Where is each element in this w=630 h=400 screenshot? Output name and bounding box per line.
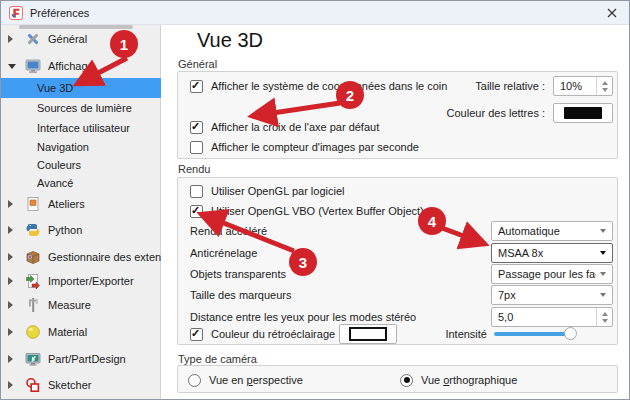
sidebar-item-sources-de-lumiere[interactable]: Sources de lumière bbox=[1, 98, 161, 118]
camera-groupbox: Vue en perspective Vue orthographique bbox=[177, 365, 618, 393]
expander-icon[interactable] bbox=[8, 226, 13, 234]
relative-size-spinbox[interactable]: 10% bbox=[553, 76, 613, 96]
sidebar-item-navigation[interactable]: Navigation bbox=[1, 137, 161, 157]
expander-icon[interactable] bbox=[8, 253, 13, 261]
sidebar-item-vue-3d[interactable]: Vue 3D bbox=[1, 78, 161, 98]
sidebar-item-python[interactable]: Python bbox=[1, 219, 161, 241]
title-bar: Préférences bbox=[1, 1, 629, 25]
marker-size-value: 7px bbox=[498, 289, 596, 301]
show-fps-row: Afficher le compteur d'images par second… bbox=[190, 137, 419, 157]
sidebar-item-display[interactable]: Affichage bbox=[1, 55, 161, 77]
sidebar-item-label: Avancé bbox=[37, 177, 74, 189]
sidebar-item-couleurs[interactable]: Couleurs bbox=[1, 155, 161, 175]
material-icon bbox=[25, 324, 41, 340]
close-icon[interactable] bbox=[603, 4, 621, 22]
addon-manager-icon bbox=[25, 249, 41, 265]
show-coord-system-checkbox[interactable] bbox=[190, 80, 203, 93]
expander-icon[interactable] bbox=[8, 328, 13, 336]
chevron-down-icon bbox=[600, 293, 606, 297]
sidebar-item-part-partdesign[interactable]: Part/PartDesign bbox=[1, 348, 161, 370]
relative-size-value: 10% bbox=[554, 80, 596, 92]
intensity-label: Intensité bbox=[445, 324, 487, 344]
slider-handle[interactable] bbox=[564, 327, 577, 340]
sidebar-item-general[interactable]: Général bbox=[1, 28, 161, 50]
software-opengl-label: Utiliser OpenGL par logiciel bbox=[211, 185, 344, 197]
marker-size-label: Taille des marqueurs bbox=[190, 285, 292, 305]
expander-icon[interactable] bbox=[8, 35, 13, 43]
sketcher-icon bbox=[25, 377, 41, 393]
spin-buttons[interactable] bbox=[596, 77, 612, 95]
vbo-checkbox[interactable] bbox=[190, 205, 203, 218]
sidebar-item-sketcher[interactable]: Sketcher bbox=[1, 374, 161, 396]
backlight-color-swatch bbox=[349, 327, 387, 341]
software-opengl-checkbox[interactable] bbox=[190, 185, 203, 198]
orthographic-label: Vue orthographique bbox=[421, 374, 517, 386]
sidebar-item-label: Interface utilisateur bbox=[37, 122, 130, 134]
sidebar-item-material[interactable]: Material bbox=[1, 321, 161, 343]
sidebar-item-label: Général bbox=[48, 33, 87, 45]
transparent-objects-dropdown[interactable]: Passage pour les faces arrière bbox=[491, 264, 613, 284]
expander-icon[interactable] bbox=[8, 301, 13, 309]
backlight-color-button[interactable] bbox=[339, 324, 397, 344]
general-group-label: Général bbox=[178, 58, 217, 70]
expander-icon[interactable] bbox=[8, 64, 16, 69]
tools-icon bbox=[25, 31, 41, 47]
sidebar-item-label: Python bbox=[48, 224, 82, 236]
vbo-label: Utiliser OpenGL VBO (Vertex Buffer Objec… bbox=[211, 205, 424, 217]
eye-distance-value: 5,0 bbox=[492, 311, 596, 323]
chevron-down-icon bbox=[600, 272, 606, 276]
antialiasing-dropdown[interactable]: MSAA 8x bbox=[491, 243, 613, 263]
antialiasing-label: Anticrénelage bbox=[190, 243, 257, 263]
sidebar-item-label: Couleurs bbox=[37, 159, 81, 171]
sidebar-item-ateliers[interactable]: Ateliers bbox=[1, 193, 161, 215]
perspective-radio[interactable] bbox=[188, 374, 201, 387]
expander-icon[interactable] bbox=[8, 200, 13, 208]
sidebar-item-label: Vue 3D bbox=[37, 82, 73, 94]
show-coord-system-label: Afficher le système de coordonnées dans … bbox=[211, 80, 447, 92]
letter-color-button[interactable] bbox=[553, 103, 613, 123]
accel-render-dropdown[interactable]: Automatique bbox=[491, 221, 613, 241]
expander-icon[interactable] bbox=[8, 355, 13, 363]
sidebar-item-label: Sources de lumière bbox=[37, 102, 132, 114]
sidebar-item-interface-utilisateur[interactable]: Interface utilisateur bbox=[1, 118, 161, 138]
intensity-slider[interactable] bbox=[494, 332, 574, 336]
orthographic-radio-row[interactable]: Vue orthographique bbox=[400, 370, 517, 390]
marker-size-dropdown[interactable]: 7px bbox=[491, 285, 613, 305]
python-icon bbox=[25, 222, 41, 238]
accel-render-label: Rendu accéléré bbox=[190, 221, 267, 241]
sidebar-item-gestionnaire-extensions[interactable]: Gestionnaire des extensions bbox=[1, 246, 161, 268]
sidebar-item-label: Material bbox=[48, 326, 87, 338]
sidebar-item-label: Ateliers bbox=[48, 198, 85, 210]
window-title: Préférences bbox=[30, 7, 89, 19]
camera-group-label: Type de caméra bbox=[178, 353, 257, 365]
sidebar-item-importer-exporter[interactable]: Importer/Exporter bbox=[1, 270, 161, 292]
show-fps-checkbox[interactable] bbox=[190, 141, 203, 154]
orthographic-radio[interactable] bbox=[400, 374, 413, 387]
render-groupbox: Utiliser OpenGL par logiciel Utiliser Op… bbox=[177, 177, 618, 345]
sidebar-item-label: Importer/Exporter bbox=[48, 275, 134, 287]
sidebar-item-label: Affichage bbox=[48, 60, 94, 72]
perspective-radio-row[interactable]: Vue en perspective bbox=[188, 370, 303, 390]
backlight-checkbox[interactable] bbox=[190, 328, 203, 341]
settings-sidebar: Général Affichage Vue 3D Sources de lumi… bbox=[1, 25, 161, 400]
preferences-window: Préférences Général Affichage Vue 3D bbox=[0, 0, 630, 400]
sidebar-item-measure[interactable]: Measure bbox=[1, 294, 161, 316]
backlight-row: Couleur du rétroéclairage bbox=[190, 324, 335, 344]
general-groupbox: Afficher le système de coordonnées dans … bbox=[177, 71, 618, 159]
display-icon bbox=[25, 58, 41, 74]
page-title: Vue 3D bbox=[197, 29, 263, 52]
perspective-label: Vue en perspective bbox=[209, 374, 303, 386]
expander-icon[interactable] bbox=[8, 277, 13, 285]
show-axis-cross-checkbox[interactable] bbox=[190, 121, 203, 134]
eye-distance-spinbox[interactable]: 5,0 bbox=[491, 307, 613, 327]
expander-icon[interactable] bbox=[8, 381, 13, 389]
spin-buttons[interactable] bbox=[596, 308, 612, 326]
show-axis-cross-label: Afficher la croix de l'axe par défaut bbox=[211, 121, 379, 133]
show-fps-label: Afficher le compteur d'images par second… bbox=[211, 141, 419, 153]
settings-page-vue-3d: Vue 3D Général Afficher le système de co… bbox=[161, 25, 630, 400]
accel-render-value: Automatique bbox=[498, 225, 596, 237]
sidebar-item-avance[interactable]: Avancé bbox=[1, 173, 161, 193]
show-axis-cross-row: Afficher la croix de l'axe par défaut bbox=[190, 117, 379, 137]
sidebar-item-label: Part/PartDesign bbox=[48, 353, 126, 365]
relative-size-label: Taille relative : bbox=[475, 76, 545, 96]
